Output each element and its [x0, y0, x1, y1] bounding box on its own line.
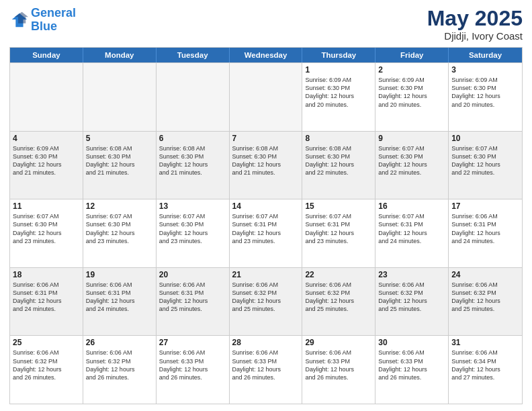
calendar-cell: 11Sunrise: 6:07 AM Sunset: 6:30 PM Dayli…: [10, 199, 83, 267]
calendar-cell: 19Sunrise: 6:06 AM Sunset: 6:31 PM Dayli…: [83, 268, 157, 336]
calendar-cell: 16Sunrise: 6:07 AM Sunset: 6:31 PM Dayli…: [375, 199, 449, 267]
cell-sun-info: Sunrise: 6:06 AM Sunset: 6:33 PM Dayligh…: [378, 349, 445, 381]
cell-sun-info: Sunrise: 6:06 AM Sunset: 6:31 PM Dayligh…: [86, 281, 153, 314]
calendar-cell: 23Sunrise: 6:06 AM Sunset: 6:32 PM Dayli…: [375, 268, 449, 336]
cell-sun-info: Sunrise: 6:08 AM Sunset: 6:30 PM Dayligh…: [232, 144, 300, 177]
day-number: 12: [86, 201, 153, 211]
day-number: 14: [232, 201, 300, 211]
cell-sun-info: Sunrise: 6:06 AM Sunset: 6:34 PM Dayligh…: [451, 349, 519, 381]
calendar-cell: 15Sunrise: 6:07 AM Sunset: 6:31 PM Dayli…: [302, 199, 375, 267]
cell-sun-info: Sunrise: 6:08 AM Sunset: 6:30 PM Dayligh…: [159, 144, 226, 177]
day-number: 31: [451, 338, 519, 347]
logo-line1: General: [31, 6, 76, 19]
day-number: 11: [13, 201, 80, 211]
calendar-header-cell: Wednesday: [230, 48, 303, 62]
calendar-cell: 12Sunrise: 6:07 AM Sunset: 6:30 PM Dayli…: [83, 199, 157, 267]
cell-sun-info: Sunrise: 6:07 AM Sunset: 6:31 PM Dayligh…: [378, 212, 445, 245]
day-number: 1: [305, 65, 372, 75]
day-number: 22: [305, 270, 372, 279]
day-number: 3: [451, 65, 519, 75]
day-number: 29: [305, 338, 372, 347]
cell-sun-info: Sunrise: 6:09 AM Sunset: 6:30 PM Dayligh…: [378, 76, 445, 109]
cell-sun-info: Sunrise: 6:07 AM Sunset: 6:30 PM Dayligh…: [159, 212, 226, 245]
calendar: SundayMondayTuesdayWednesdayThursdayFrid…: [9, 47, 523, 404]
day-number: 13: [159, 201, 226, 211]
calendar-cell: 10Sunrise: 6:07 AM Sunset: 6:30 PM Dayli…: [449, 132, 522, 199]
cell-sun-info: Sunrise: 6:07 AM Sunset: 6:31 PM Dayligh…: [305, 212, 372, 245]
day-number: 2: [378, 65, 445, 75]
calendar-cell: 20Sunrise: 6:06 AM Sunset: 6:31 PM Dayli…: [157, 268, 230, 336]
cell-sun-info: Sunrise: 6:06 AM Sunset: 6:31 PM Dayligh…: [13, 281, 80, 314]
day-number: 21: [232, 270, 300, 279]
logo-line2: Blue: [31, 19, 57, 33]
calendar-cell: 26Sunrise: 6:06 AM Sunset: 6:32 PM Dayli…: [83, 336, 157, 404]
day-number: 5: [86, 134, 153, 143]
calendar-cell: [10, 63, 83, 131]
calendar-cell: 14Sunrise: 6:07 AM Sunset: 6:31 PM Dayli…: [230, 199, 303, 267]
day-number: 24: [451, 270, 519, 279]
calendar-cell: 28Sunrise: 6:06 AM Sunset: 6:33 PM Dayli…: [230, 336, 303, 404]
calendar-subtitle: Djidji, Ivory Coast: [427, 30, 523, 42]
calendar-cell: 1Sunrise: 6:09 AM Sunset: 6:30 PM Daylig…: [302, 63, 375, 131]
calendar-header-cell: Saturday: [449, 48, 522, 62]
cell-sun-info: Sunrise: 6:06 AM Sunset: 6:31 PM Dayligh…: [451, 212, 519, 245]
cell-sun-info: Sunrise: 6:07 AM Sunset: 6:31 PM Dayligh…: [232, 212, 300, 245]
day-number: 16: [378, 201, 445, 211]
cell-sun-info: Sunrise: 6:06 AM Sunset: 6:33 PM Dayligh…: [305, 349, 372, 381]
calendar-cell: 21Sunrise: 6:06 AM Sunset: 6:32 PM Dayli…: [230, 268, 303, 336]
cell-sun-info: Sunrise: 6:09 AM Sunset: 6:30 PM Dayligh…: [305, 76, 372, 109]
calendar-header-cell: Tuesday: [157, 48, 230, 62]
cell-sun-info: Sunrise: 6:07 AM Sunset: 6:30 PM Dayligh…: [86, 212, 153, 245]
calendar-header-cell: Sunday: [10, 48, 83, 62]
calendar-cell: 18Sunrise: 6:06 AM Sunset: 6:31 PM Dayli…: [10, 268, 83, 336]
cell-sun-info: Sunrise: 6:06 AM Sunset: 6:32 PM Dayligh…: [232, 281, 300, 314]
day-number: 28: [232, 338, 300, 347]
calendar-row: 25Sunrise: 6:06 AM Sunset: 6:32 PM Dayli…: [10, 335, 522, 404]
day-number: 9: [378, 134, 445, 143]
calendar-header: SundayMondayTuesdayWednesdayThursdayFrid…: [10, 48, 522, 62]
cell-sun-info: Sunrise: 6:06 AM Sunset: 6:31 PM Dayligh…: [159, 281, 226, 314]
calendar-cell: 30Sunrise: 6:06 AM Sunset: 6:33 PM Dayli…: [375, 336, 449, 404]
calendar-cell: [83, 63, 157, 131]
calendar-row: 11Sunrise: 6:07 AM Sunset: 6:30 PM Dayli…: [10, 199, 522, 267]
calendar-row: 1Sunrise: 6:09 AM Sunset: 6:30 PM Daylig…: [10, 62, 522, 131]
day-number: 17: [451, 201, 519, 211]
logo: General Blue: [9, 7, 76, 34]
day-number: 7: [232, 134, 300, 143]
calendar-cell: 25Sunrise: 6:06 AM Sunset: 6:32 PM Dayli…: [10, 336, 83, 404]
day-number: 20: [159, 270, 226, 279]
day-number: 23: [378, 270, 445, 279]
cell-sun-info: Sunrise: 6:07 AM Sunset: 6:30 PM Dayligh…: [378, 144, 445, 177]
logo-icon: [9, 11, 28, 30]
page: General Blue May 2025 Djidji, Ivory Coas…: [0, 0, 532, 411]
calendar-cell: 22Sunrise: 6:06 AM Sunset: 6:32 PM Dayli…: [302, 268, 375, 336]
cell-sun-info: Sunrise: 6:06 AM Sunset: 6:32 PM Dayligh…: [378, 281, 445, 314]
cell-sun-info: Sunrise: 6:06 AM Sunset: 6:32 PM Dayligh…: [451, 281, 519, 314]
calendar-cell: 3Sunrise: 6:09 AM Sunset: 6:30 PM Daylig…: [449, 63, 522, 131]
calendar-cell: 24Sunrise: 6:06 AM Sunset: 6:32 PM Dayli…: [449, 268, 522, 336]
calendar-cell: 4Sunrise: 6:09 AM Sunset: 6:30 PM Daylig…: [10, 132, 83, 199]
calendar-cell: [157, 63, 230, 131]
day-number: 25: [13, 338, 80, 347]
calendar-cell: 8Sunrise: 6:08 AM Sunset: 6:30 PM Daylig…: [302, 132, 375, 199]
day-number: 19: [86, 270, 153, 279]
calendar-title: May 2025: [427, 7, 523, 30]
cell-sun-info: Sunrise: 6:08 AM Sunset: 6:30 PM Dayligh…: [86, 144, 153, 177]
day-number: 26: [86, 338, 153, 347]
calendar-row: 18Sunrise: 6:06 AM Sunset: 6:31 PM Dayli…: [10, 267, 522, 336]
cell-sun-info: Sunrise: 6:06 AM Sunset: 6:33 PM Dayligh…: [159, 349, 226, 381]
day-number: 30: [378, 338, 445, 347]
calendar-cell: 6Sunrise: 6:08 AM Sunset: 6:30 PM Daylig…: [157, 132, 230, 199]
calendar-cell: 13Sunrise: 6:07 AM Sunset: 6:30 PM Dayli…: [157, 199, 230, 267]
calendar-cell: 5Sunrise: 6:08 AM Sunset: 6:30 PM Daylig…: [83, 132, 157, 199]
cell-sun-info: Sunrise: 6:06 AM Sunset: 6:33 PM Dayligh…: [232, 349, 300, 381]
day-number: 6: [159, 134, 226, 143]
calendar-cell: 29Sunrise: 6:06 AM Sunset: 6:33 PM Dayli…: [302, 336, 375, 404]
calendar-cell: 27Sunrise: 6:06 AM Sunset: 6:33 PM Dayli…: [157, 336, 230, 404]
calendar-cell: 9Sunrise: 6:07 AM Sunset: 6:30 PM Daylig…: [375, 132, 449, 199]
cell-sun-info: Sunrise: 6:09 AM Sunset: 6:30 PM Dayligh…: [451, 76, 519, 109]
cell-sun-info: Sunrise: 6:09 AM Sunset: 6:30 PM Dayligh…: [13, 144, 80, 177]
day-number: 10: [451, 134, 519, 143]
day-number: 4: [13, 134, 80, 143]
calendar-header-cell: Thursday: [302, 48, 375, 62]
